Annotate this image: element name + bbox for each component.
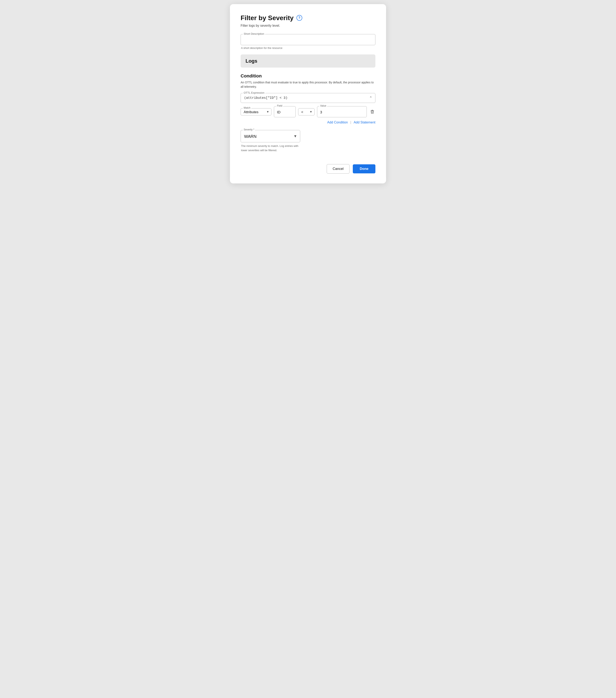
ottl-expression-value: (attributes["ID"] < 3) (244, 96, 287, 100)
add-statement-button[interactable]: Add Statement (354, 121, 375, 124)
modal-subtitle: Filter logs by severity level. (241, 24, 375, 28)
ottl-expression-field[interactable]: OTTL Expression (attributes["ID"] < 3) ⌃ (241, 93, 375, 103)
severity-select[interactable]: TRACE DEBUG INFO WARN ERROR FATAL (244, 132, 290, 140)
value-input[interactable] (320, 108, 364, 116)
short-description-hint: A short description for the resource (241, 46, 375, 50)
logs-banner-title: Logs (246, 58, 257, 64)
severity-hint-line1: The minimum severity to match. Log entri… (241, 144, 375, 148)
short-description-group: Short Description A short description fo… (241, 34, 375, 50)
short-description-input[interactable] (244, 36, 372, 43)
value-field: Value (317, 106, 367, 117)
condition-section: Condition An OTTL condition that must ev… (241, 73, 375, 124)
field-input-wrapper: Field (274, 106, 296, 117)
cancel-button[interactable]: Cancel (327, 164, 350, 173)
operator-select[interactable]: < > = != <= >= (301, 110, 312, 114)
done-button[interactable]: Done (353, 164, 375, 173)
value-label: Value (319, 104, 327, 107)
field-label: Field (276, 104, 283, 107)
severity-label: Severity * (243, 128, 255, 131)
add-link-divider: | (350, 121, 351, 124)
ottl-expression-label: OTTL Expression (243, 91, 265, 94)
condition-title: Condition (241, 73, 375, 79)
short-description-field: Short Description (241, 34, 375, 45)
help-icon[interactable]: ? (297, 15, 302, 21)
svg-rect-1 (372, 110, 373, 110)
delete-condition-button[interactable] (369, 109, 375, 115)
ottl-chevron-icon[interactable]: ⌃ (369, 96, 372, 100)
logs-banner: Logs (241, 54, 375, 68)
add-condition-button[interactable]: Add Condition (327, 121, 348, 124)
field-input[interactable] (277, 108, 292, 116)
modal-header: Filter by Severity ? (241, 14, 375, 22)
match-select[interactable]: Attributes Resource Scope (244, 110, 268, 114)
short-description-label: Short Description (243, 32, 265, 35)
match-field: Match Attributes Resource Scope ▼ (241, 108, 271, 115)
filter-by-severity-modal: Filter by Severity ? Filter logs by seve… (230, 4, 386, 183)
match-label: Match (243, 107, 251, 109)
severity-hint-line2: lower severities will be filtered. (241, 149, 375, 152)
severity-dropdown-icon: ▼ (293, 134, 297, 138)
severity-select-wrapper: Severity * TRACE DEBUG INFO WARN ERROR F… (241, 130, 300, 142)
add-links-row: Add Condition | Add Statement (241, 121, 375, 124)
operator-field: < > = != <= >= ▼ (298, 108, 315, 115)
modal-footer: Cancel Done (241, 164, 375, 173)
severity-section: Severity * TRACE DEBUG INFO WARN ERROR F… (241, 130, 375, 152)
condition-description: An OTTL condition that must evaluate to … (241, 80, 375, 89)
delete-icon (370, 110, 374, 114)
condition-row: Match Attributes Resource Scope ▼ Field … (241, 106, 375, 117)
modal-title: Filter by Severity (241, 14, 293, 22)
